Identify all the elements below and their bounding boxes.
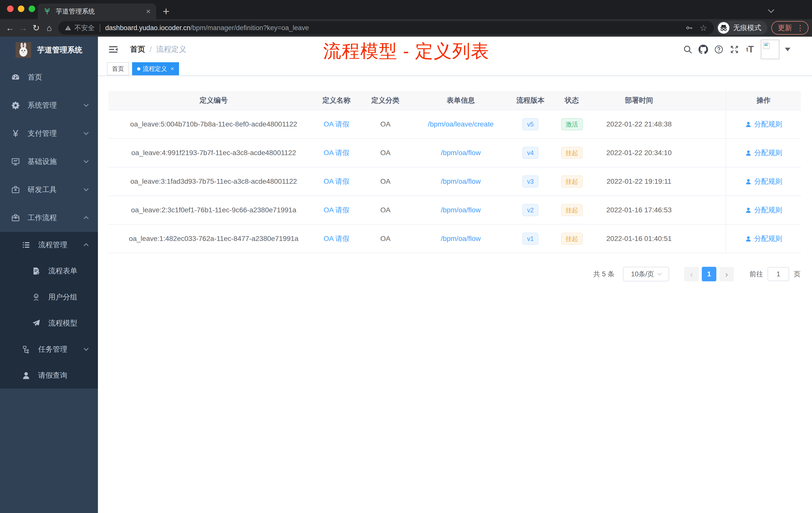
url-divider [100, 24, 100, 32]
close-window-button[interactable] [7, 5, 13, 12]
url-bar[interactable]: 不安全 dashboard.yudao.iocoder.cn /bpm/mana… [58, 21, 714, 35]
chevron-down-icon [84, 102, 89, 107]
sidebar-item[interactable]: 系统管理 [0, 91, 98, 119]
person-icon [745, 178, 752, 185]
expanded-submenu: 流程管理流程表单用户分组流程模型任务管理请假查询 [0, 232, 98, 389]
password-key-icon[interactable] [686, 24, 693, 32]
reload-button[interactable]: ↻ [30, 21, 43, 34]
assign-rule-link[interactable]: 分配规则 [745, 148, 782, 158]
breadcrumb-home[interactable]: 首页 [130, 44, 145, 55]
tab-close-icon[interactable]: × [146, 7, 151, 15]
home-button[interactable]: ⌂ [43, 21, 56, 34]
app-title: 芋道管理系统 [37, 45, 82, 55]
assign-rule-link[interactable]: 分配规则 [745, 234, 782, 243]
definition-name-link[interactable]: OA 请假 [319, 205, 354, 215]
list-icon [22, 240, 31, 249]
definition-category: OA [354, 149, 417, 157]
sidebar-item[interactable]: 首页 [0, 63, 98, 91]
person-icon [745, 207, 752, 214]
zoom-window-button[interactable] [29, 5, 35, 12]
form-link[interactable]: /bpm/oa/flow [417, 206, 505, 214]
goto-page-input[interactable] [767, 267, 789, 281]
next-page-button[interactable]: › [719, 267, 734, 281]
assign-rule-link[interactable]: 分配规则 [745, 119, 782, 129]
sidebar-item-label: 请假查询 [38, 370, 67, 381]
sidebar-item[interactable]: 流程表单 [0, 258, 98, 284]
page-size-select[interactable]: 10条/页 [623, 267, 669, 281]
tab-strip: 芋道管理系统 × + [0, 0, 812, 19]
browser-tab[interactable]: 芋道管理系统 × [38, 3, 156, 19]
definition-name-link[interactable]: OA 请假 [319, 234, 354, 243]
search-icon[interactable] [680, 42, 696, 57]
yen-icon: ¥ [11, 129, 20, 138]
sidebar-item[interactable]: 基础设施 [0, 148, 98, 176]
tag-active[interactable]: 流程定义× [132, 62, 179, 75]
sidebar-item[interactable]: 任务管理 [0, 336, 98, 362]
person-icon [745, 235, 752, 242]
version-badge: v2 [505, 204, 556, 216]
fullscreen-icon[interactable] [727, 42, 742, 57]
sidebar-item[interactable]: 流程管理 [0, 232, 98, 258]
table-row: oa_leave:2:3c1f0ef1-76b1-11ec-9c66-a2380… [109, 196, 801, 224]
assign-rule-link[interactable]: 分配规则 [745, 177, 782, 186]
user-avatar-broken-image[interactable] [761, 40, 779, 59]
sidebar-logo[interactable]: 芋道管理系统 [0, 37, 98, 63]
column-header: 表单信息 [417, 96, 505, 105]
column-header: 流程版本 [505, 96, 556, 105]
gear-icon [11, 101, 20, 110]
new-tab-button[interactable]: + [163, 4, 170, 18]
sidebar-item-label: 任务管理 [38, 344, 67, 354]
form-link[interactable]: /bpm/oa/flow [417, 149, 505, 157]
column-header: 定义名称 [319, 96, 354, 105]
column-header: 定义分类 [354, 96, 417, 105]
forward-button[interactable]: → [17, 21, 30, 34]
definition-id: oa_leave:5:004b710b-7b8a-11ec-8ef0-acde4… [109, 120, 319, 128]
definition-category: OA [354, 235, 417, 243]
tag-close-icon[interactable]: × [171, 65, 174, 72]
bookmark-star-icon[interactable]: ☆ [700, 23, 707, 33]
sidebar-item-label: 研发工具 [28, 185, 57, 195]
update-label[interactable]: 更新 [778, 23, 792, 33]
tags-view: 首页流程定义× [98, 62, 812, 76]
tag-item[interactable]: 首页 [107, 62, 129, 75]
sidebar-item[interactable]: 工作流程 [0, 204, 98, 232]
chevron-down-icon [84, 130, 89, 135]
back-button[interactable]: ← [3, 21, 17, 34]
sidebar-item[interactable]: 用户分组 [0, 284, 98, 310]
version-badge: v5 [505, 118, 556, 130]
sidebar-item-label: 流程表单 [48, 266, 77, 276]
form-link[interactable]: /bpm/oa/flow [417, 177, 505, 185]
sidebar-item[interactable]: ¥支付管理 [0, 119, 98, 148]
sidebar-item[interactable]: 流程模型 [0, 310, 98, 336]
chrome-update-button[interactable]: 更新 ⋮ [771, 21, 809, 35]
definition-name-link[interactable]: OA 请假 [319, 177, 354, 186]
sidebar-item[interactable]: 研发工具 [0, 176, 98, 204]
definition-category: OA [354, 206, 417, 214]
page-1-button[interactable]: 1 [702, 267, 716, 281]
sidebar-item-label: 流程管理 [38, 240, 67, 250]
pagination-total: 共 5 条 [593, 270, 614, 279]
sidebar-item[interactable]: 请假查询 [0, 362, 98, 389]
chevron-up-icon [84, 243, 89, 248]
table-row: oa_leave:3:1fad3d93-7b75-11ec-a3c8-acde4… [109, 168, 801, 196]
sidebar-collapse-icon[interactable] [108, 44, 118, 55]
tab-search-chevron-icon[interactable] [768, 6, 774, 13]
definition-name-link[interactable]: OA 请假 [319, 148, 354, 158]
browser-toolbar: ← → ↻ ⌂ 不安全 dashboard.yudao.iocoder.cn /… [0, 19, 812, 37]
form-link[interactable]: /bpm/oa/flow [417, 235, 505, 243]
github-icon[interactable] [696, 42, 711, 57]
action-cell: 分配规则 [726, 196, 801, 224]
font-size-icon[interactable]: tT [742, 42, 758, 57]
definition-name-link[interactable]: OA 请假 [319, 119, 354, 129]
minimize-window-button[interactable] [18, 5, 24, 12]
prev-page-button[interactable]: ‹ [684, 267, 699, 281]
sidebar-item-label: 工作流程 [28, 213, 57, 223]
briefcase-icon [11, 213, 20, 222]
avatar-caret-down-icon[interactable] [785, 48, 790, 51]
browser-menu-icon[interactable]: ⋮ [796, 24, 804, 32]
form-link[interactable]: /bpm/oa/leave/create [417, 120, 505, 128]
help-question-icon[interactable] [711, 42, 727, 57]
plant-favicon-icon [43, 7, 51, 15]
assign-rule-link[interactable]: 分配规则 [745, 205, 782, 215]
security-label[interactable]: 不安全 [74, 23, 95, 32]
